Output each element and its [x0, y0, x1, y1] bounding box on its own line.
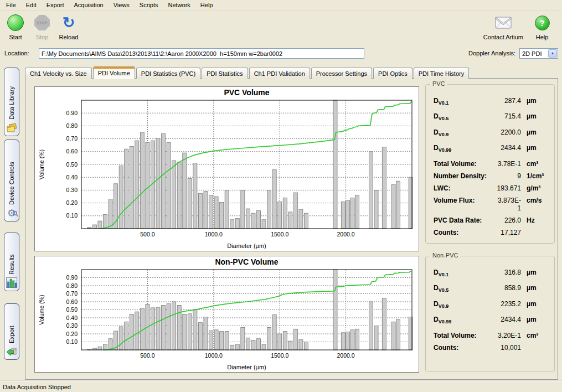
help-button[interactable]: ? Help: [530, 11, 554, 42]
tab-pdi-optics[interactable]: PDI Optics: [373, 68, 413, 79]
non-pvc-stats-group: Non-PVC DV0.1316.8µmDV0.5858.9µmDV0.9223…: [425, 256, 555, 372]
stat-label: Total Volume:: [434, 160, 494, 168]
stat-label: Volume Flux:: [434, 197, 494, 204]
menu-item-network[interactable]: Network: [163, 1, 195, 9]
tab-pdi-time-history[interactable]: PDI Time History: [414, 68, 470, 79]
menu-item-edit[interactable]: Edit: [21, 1, 42, 9]
stat-value: 316.8: [494, 269, 527, 276]
pvc-volume-chart: 0.100.200.300.400.500.600.700.800.90500.…: [34, 86, 419, 251]
stat-value: 2235.2: [494, 300, 527, 308]
svg-text:0.20: 0.20: [66, 331, 78, 337]
svg-text:0.80: 0.80: [66, 122, 78, 129]
menu-item-acquisition[interactable]: Acquisition: [69, 1, 109, 9]
start-button[interactable]: Start: [3, 11, 28, 42]
menu-item-export[interactable]: Export: [42, 1, 69, 9]
stat-value: 3.78E-1: [494, 160, 527, 168]
stat-value: 2434.4: [494, 144, 527, 152]
svg-text:0.10: 0.10: [66, 212, 78, 219]
reload-button[interactable]: ↻ Reload: [56, 11, 81, 42]
tab-pdi-statistics[interactable]: PDI Statistics: [202, 68, 248, 79]
svg-text:0.90: 0.90: [66, 274, 78, 281]
svg-text:500.0: 500.0: [140, 352, 154, 359]
stat-unit: Hz: [527, 216, 551, 224]
svg-text:1500.0: 1500.0: [271, 352, 288, 359]
stat-unit: cm³: [527, 160, 551, 168]
stat-unit: g/m³: [527, 184, 551, 192]
gears-icon: ⚙: [7, 207, 16, 218]
folders-icon: [6, 122, 17, 133]
stat-label: DV0.9: [434, 300, 494, 309]
stat-value: 9: [494, 172, 527, 180]
stat-label: Counts:: [434, 344, 494, 352]
menu-item-scripts[interactable]: Scripts: [135, 1, 163, 9]
app-window: File Edit Export Acquisition Views Scrip…: [0, 0, 562, 392]
svg-text:Volume (%): Volume (%): [38, 149, 45, 179]
svg-text:500.0: 500.0: [140, 231, 154, 238]
svg-text:1000.0: 1000.0: [205, 231, 223, 238]
contact-artium-button[interactable]: Contact Artium: [481, 11, 525, 42]
tab-pdi-volume[interactable]: PDI Volume: [93, 66, 135, 79]
stat-label: LWC:: [434, 184, 494, 192]
stat-value: 3.873E-1: [494, 197, 527, 212]
bar-chart-icon: [6, 277, 17, 288]
stat-value: 2434.4: [494, 316, 527, 323]
stat-unit: µm: [527, 284, 551, 292]
stat-unit: µm: [527, 144, 551, 152]
pvc-stats-title: PVC: [430, 80, 447, 87]
help-icon: ?: [535, 16, 550, 30]
stat-unit: µm: [527, 269, 551, 276]
stat-label: DV0.9: [434, 128, 494, 137]
location-input[interactable]: [39, 48, 364, 59]
sidebar-item-device-controls[interactable]: Device Controls ⚙: [4, 140, 19, 221]
sidebar-item-results[interactable]: Results: [4, 233, 19, 291]
non-pvc-volume-chart: 0.100.200.300.400.500.600.700.800.90500.…: [34, 256, 419, 373]
stat-label: DV0.99: [434, 316, 494, 324]
svg-text:2000.0: 2000.0: [337, 352, 355, 359]
stop-button[interactable]: STOP Stop: [30, 11, 54, 42]
stat-row: DV0.1287.4µm: [434, 97, 551, 106]
stop-icon: STOP: [34, 15, 50, 30]
stat-unit: µm: [527, 300, 551, 308]
tab-processor-settings[interactable]: Processor Settings: [311, 68, 372, 79]
doppler-analysis-value: 2D PDI: [520, 50, 548, 57]
svg-text:0.70: 0.70: [66, 290, 78, 297]
location-label: Location:: [4, 50, 29, 56]
non-pvc-volume-chart-plot: 0.100.200.300.400.500.600.700.800.90500.…: [35, 256, 419, 372]
svg-text:0.90: 0.90: [66, 110, 78, 116]
tab-ch1-velocity-vs-size[interactable]: Ch1 Velocity vs. Size: [25, 68, 92, 79]
contact-artium-label: Contact Artium: [483, 34, 523, 40]
start-button-label: Start: [9, 34, 22, 40]
svg-text:0.10: 0.10: [66, 338, 78, 345]
stat-value: 2200.0: [494, 128, 527, 136]
stat-value: 287.4: [494, 97, 527, 105]
stat-row: Volume Flux:3.873E-1cm/s: [434, 197, 551, 212]
pvc-stats-group: PVC DV0.1287.4µmDV0.5715.4µmDV0.92200.0µ…: [425, 84, 555, 244]
stat-row: Number Density:91/cm³: [434, 172, 551, 180]
sidebar-item-data-library[interactable]: Data Library: [4, 68, 19, 136]
stat-label: Total Volume:: [434, 332, 494, 339]
tab-pdi-statistics-pvc[interactable]: PDI Statistics (PVC): [136, 68, 200, 79]
tab-ch1-pdi-validation[interactable]: Ch1 PDI Validation: [249, 68, 310, 79]
sidebar-item-label: Device Controls: [8, 144, 15, 205]
stat-unit: µm: [527, 112, 551, 120]
stat-row: DV0.92200.0µm: [434, 128, 551, 137]
svg-text:Volume (%): Volume (%): [38, 295, 45, 324]
svg-text:PVC Volume: PVC Volume: [224, 88, 269, 97]
stat-label: DV0.5: [434, 284, 494, 293]
stat-unit: cm/s: [527, 197, 551, 204]
chevron-down-icon[interactable]: ▼: [548, 49, 557, 58]
stat-row: DV0.5858.9µm: [434, 284, 551, 293]
doppler-analysis-dropdown[interactable]: 2D PDI ▼: [519, 48, 558, 59]
menu-item-file[interactable]: File: [1, 1, 21, 9]
svg-text:0.50: 0.50: [66, 306, 78, 313]
sidebar-item-export[interactable]: Export: [4, 303, 19, 360]
menu-item-views[interactable]: Views: [109, 1, 135, 9]
stat-row: Counts:17,127: [434, 229, 551, 236]
svg-text:0.30: 0.30: [66, 187, 78, 193]
stat-row: DV0.92235.2µm: [434, 300, 551, 309]
toolbar: Start STOP Stop ↻ Reload Cont: [0, 11, 562, 46]
export-arrow-icon: [6, 345, 17, 357]
menu-item-help[interactable]: Help: [195, 1, 218, 9]
stop-button-label: Stop: [36, 34, 49, 40]
svg-text:0.60: 0.60: [66, 298, 78, 305]
